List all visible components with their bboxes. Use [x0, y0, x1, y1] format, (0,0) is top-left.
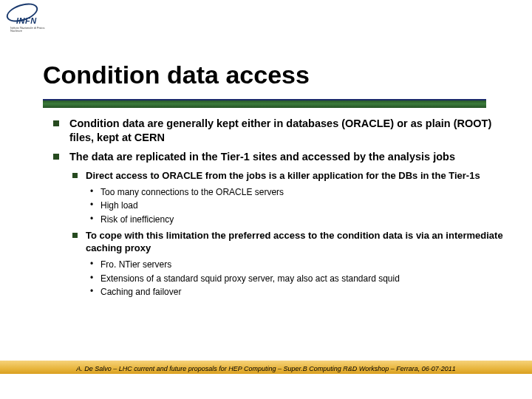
slide: INFN Istituto Nazionale di Fisica Nuclea…: [0, 0, 532, 399]
bullet-l3: Fro. NTier servers: [86, 259, 510, 271]
bullet-l1: The data are replicated in the Tier-1 si…: [53, 150, 510, 299]
bullet-text: Too many connections to the ORACLE serve…: [100, 187, 284, 197]
bullet-l2: Direct access to ORACLE from the jobs is…: [69, 170, 510, 226]
bullet-text: Extensions of a standard squid proxy ser…: [100, 273, 400, 284]
logo: INFN Istituto Nazionale di Fisica Nuclea…: [6, 4, 38, 21]
bullet-text: To cope with this limitation the preferr…: [86, 230, 503, 253]
bullet-l3: Risk of inefficiency: [86, 214, 510, 226]
logo-subtext: Istituto Nazionale di Fisica Nucleare: [10, 27, 47, 33]
bullet-text: Fro. NTier servers: [100, 259, 171, 270]
slide-title: Condition data access: [43, 61, 310, 89]
bullet-l3: High load: [86, 200, 510, 212]
bullet-text: Condition data are generally kept either…: [69, 117, 491, 143]
bullet-text: Risk of inefficiency: [100, 214, 174, 225]
bullet-l2: To cope with this limitation the preferr…: [69, 230, 510, 299]
slide-content: Condition data are generally kept either…: [53, 117, 510, 304]
bullet-l3: Caching and failover: [86, 287, 510, 299]
bullet-text: Direct access to ORACLE from the jobs is…: [86, 170, 480, 181]
bullet-l1: Condition data are generally kept either…: [53, 117, 510, 144]
bullet-text: High load: [100, 200, 138, 211]
footer-text: A. De Salvo – LHC current and future pro…: [0, 365, 532, 372]
bullet-text: The data are replicated in the Tier-1 si…: [69, 151, 455, 163]
logo-abbr: INFN: [16, 16, 37, 25]
bullet-l3: Too many connections to the ORACLE serve…: [86, 187, 510, 199]
bullet-text: Caching and failover: [100, 287, 181, 297]
title-divider: [43, 99, 486, 108]
bullet-l3: Extensions of a standard squid proxy ser…: [86, 273, 510, 285]
